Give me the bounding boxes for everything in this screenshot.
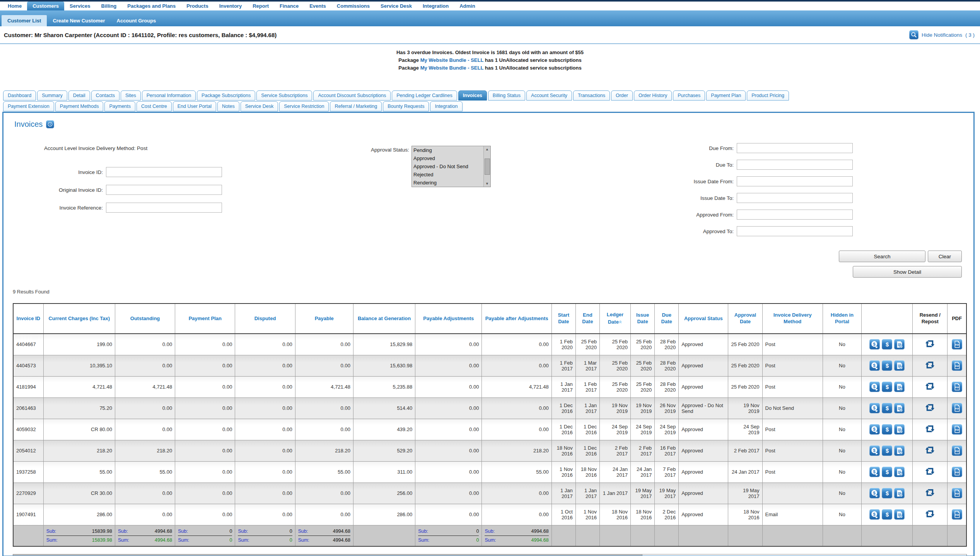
search-button[interactable]: Search [839, 251, 925, 262]
column-header-balance-at-generation[interactable]: Balance at Generation [353, 304, 415, 334]
column-header-payable[interactable]: Payable [295, 304, 353, 334]
invoice-details-icon[interactable] [894, 488, 905, 498]
tab-dashboard[interactable]: Dashboard [3, 90, 36, 101]
tab-pending-ledger-cardlines[interactable]: Pending Ledger Cardlines [392, 90, 457, 101]
tab-service-restriction[interactable]: Service Restriction [279, 101, 329, 111]
tab-referral-marketing[interactable]: Referral / Marketing [330, 101, 382, 111]
allocate-payment-icon[interactable]: $ [869, 424, 880, 435]
issue-date-from-input[interactable] [737, 176, 853, 186]
scroll-up-icon[interactable]: ▲ [485, 147, 489, 152]
tab-payment-extension[interactable]: Payment Extension [3, 101, 54, 111]
invoice-details-icon[interactable] [894, 424, 905, 435]
hide-notifications-label[interactable]: Hide Notifications [922, 32, 962, 38]
nav-item-events[interactable]: Events [304, 2, 331, 10]
pdf-icon[interactable]: PDF [952, 360, 962, 371]
allocate-payment-icon[interactable]: $ [869, 445, 880, 456]
nav-item-report[interactable]: Report [247, 2, 274, 10]
pdf-icon[interactable]: PDF [952, 509, 962, 520]
tab-notes[interactable]: Notes [217, 101, 239, 111]
column-header-actions[interactable] [861, 304, 912, 334]
allocate-payment-icon[interactable]: $ [869, 360, 880, 371]
scroll-down-icon[interactable]: ▼ [485, 181, 489, 186]
tab-purchases[interactable]: Purchases [673, 90, 705, 101]
allocate-payment-icon[interactable]: $ [869, 467, 880, 477]
approval-option-approved-do-not-send[interactable]: Approved - Do Not Send [412, 162, 483, 171]
pdf-icon[interactable]: PDF [952, 382, 962, 392]
pdf-icon[interactable]: PDF [952, 424, 962, 435]
payments-icon[interactable]: $ [882, 488, 892, 498]
column-header-disputed[interactable]: Disputed [235, 304, 295, 334]
resend-repost-icon[interactable] [925, 403, 935, 412]
resend-repost-icon[interactable] [925, 445, 935, 455]
resend-repost-icon[interactable] [925, 488, 935, 497]
nav-item-commissions[interactable]: Commissions [331, 2, 375, 10]
column-header-hidden-in-portal[interactable]: Hidden in Portal [823, 304, 861, 334]
tab-bounty-requests[interactable]: Bounty Requests [383, 101, 429, 111]
allocate-payment-icon[interactable]: $ [869, 403, 880, 413]
invoice-details-icon[interactable] [894, 339, 905, 350]
column-header-invoice-id[interactable]: Invoice ID [13, 304, 43, 334]
tab-service-subscriptions[interactable]: Service Subscriptions [256, 90, 312, 101]
original-invoice-id-input[interactable] [106, 185, 222, 195]
due-to-input[interactable] [737, 160, 853, 170]
approval-status-listbox[interactable]: PendingApprovedApproved - Do Not SendRej… [411, 146, 491, 187]
scrollbar-thumb[interactable] [13, 554, 642, 556]
pdf-icon[interactable]: PDF [952, 467, 962, 477]
info-icon[interactable] [46, 120, 54, 128]
column-header-resend[interactable]: Resend / Repost [913, 304, 948, 334]
nav-item-services[interactable]: Services [64, 2, 96, 10]
payments-icon[interactable]: $ [882, 424, 892, 435]
nav-item-packages-and-plans[interactable]: Packages and Plans [122, 2, 181, 10]
invoice-details-icon[interactable] [894, 445, 905, 456]
tab-end-user-portal[interactable]: End User Portal [173, 101, 216, 111]
column-header-delivery-method[interactable]: Invoice Delivery Method [762, 304, 823, 334]
nav-item-integration[interactable]: Integration [417, 2, 454, 10]
tab-payments[interactable]: Payments [104, 101, 135, 111]
payments-icon[interactable]: $ [882, 509, 892, 520]
tab-summary[interactable]: Summary [37, 90, 67, 101]
package-link[interactable]: My Website Bundle - SELL [420, 57, 483, 63]
nav-item-home[interactable]: Home [2, 2, 27, 10]
tab-account-discount-subscriptions[interactable]: Account Discount Subscriptions [313, 90, 391, 101]
tab-transactions[interactable]: Transactions [573, 90, 610, 101]
payments-icon[interactable]: $ [882, 403, 892, 413]
pdf-icon[interactable]: PDF [952, 445, 962, 456]
show-detail-button[interactable]: Show Detail [853, 266, 962, 278]
nav-item-inventory[interactable]: Inventory [214, 2, 248, 10]
column-header-pdf[interactable]: PDF [948, 304, 966, 334]
tab-invoices[interactable]: Invoices [458, 90, 487, 101]
due-from-input[interactable] [737, 143, 853, 153]
allocate-payment-icon[interactable]: $ [869, 488, 880, 498]
tab-cost-centre[interactable]: Cost Centre [137, 101, 172, 111]
tab-product-pricing[interactable]: Product Pricing [747, 90, 789, 101]
tab-payment-plan[interactable]: Payment Plan [706, 90, 746, 101]
column-header-approval-status[interactable]: Approval Status [679, 304, 728, 334]
resend-repost-icon[interactable] [925, 509, 935, 518]
tab-order[interactable]: Order [611, 90, 633, 101]
column-header-current-charges[interactable]: Current Charges (Inc Tax) [43, 304, 115, 334]
resend-repost-icon[interactable] [925, 382, 935, 391]
approved-to-input[interactable] [737, 226, 853, 236]
payments-icon[interactable]: $ [882, 467, 892, 477]
column-header-payable-adjustments[interactable]: Payable Adjustments [415, 304, 482, 334]
pdf-icon[interactable]: PDF [952, 488, 962, 498]
clear-button[interactable]: Clear [928, 251, 962, 262]
sub-nav-item-create-new-customer[interactable]: Create New Customer [47, 15, 111, 26]
allocate-payment-icon[interactable]: $ [869, 509, 880, 520]
approval-option-rejected[interactable]: Rejected [412, 171, 483, 179]
issue-date-to-input[interactable] [737, 193, 853, 203]
listbox-scrollbar[interactable]: ▲ ▼ [483, 146, 490, 187]
approved-from-input[interactable] [737, 210, 853, 220]
invoice-details-icon[interactable] [894, 360, 905, 371]
column-header-start-date[interactable]: Start Date [551, 304, 575, 334]
nav-item-admin[interactable]: Admin [454, 2, 480, 10]
payments-icon[interactable]: $ [882, 382, 892, 392]
invoice-details-icon[interactable] [894, 467, 905, 477]
column-header-end-date[interactable]: End Date [575, 304, 599, 334]
tab-order-history[interactable]: Order History [634, 90, 672, 101]
nav-item-service-desk[interactable]: Service Desk [375, 2, 417, 10]
pdf-icon[interactable]: PDF [952, 339, 962, 350]
tab-account-security[interactable]: Account Security [526, 90, 572, 101]
resend-repost-icon[interactable] [925, 360, 935, 370]
resend-repost-icon[interactable] [925, 339, 935, 348]
